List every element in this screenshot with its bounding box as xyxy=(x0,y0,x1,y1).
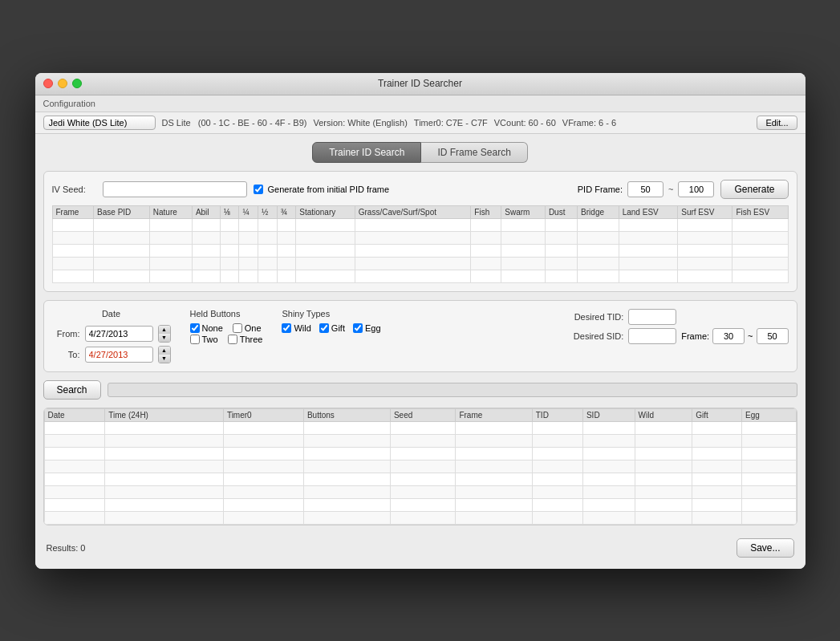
search-controls: Date From: ▲ ▼ To: ▲ xyxy=(43,300,797,372)
to-date-spinner[interactable]: ▲ ▼ xyxy=(158,346,171,363)
to-label: To: xyxy=(52,350,80,359)
pid-from-input[interactable] xyxy=(627,181,663,197)
date-section: Date From: ▲ ▼ To: ▲ xyxy=(52,309,171,363)
col-nature: Nature xyxy=(149,205,192,218)
tab-id-frame[interactable]: ID Frame Search xyxy=(421,142,527,163)
from-date-row: From: ▲ ▼ xyxy=(52,325,171,343)
main-content: Trainer ID Search ID Frame Search IV See… xyxy=(35,134,806,569)
col-frame: Frame xyxy=(52,205,94,218)
cb-wild-text: Wild xyxy=(294,323,310,333)
table-row xyxy=(44,473,796,485)
timer0-info: Timer0: C7E - C7F xyxy=(414,118,488,128)
vframe-info: VFrame: 6 - 6 xyxy=(562,118,616,128)
frame-range: Frame: ~ xyxy=(681,328,788,344)
col-fish: Fish xyxy=(471,205,501,218)
cb-egg-text: Egg xyxy=(365,323,381,333)
desired-tid-row: Desired TID: xyxy=(559,309,788,325)
cb-gift[interactable] xyxy=(319,323,329,333)
pid-frame-label: PID Frame: xyxy=(578,185,623,194)
from-date-up[interactable]: ▲ xyxy=(159,326,170,334)
res-col-egg: Egg xyxy=(741,408,796,421)
maximize-button[interactable] xyxy=(72,79,82,88)
table-row xyxy=(52,218,788,231)
from-label: From: xyxy=(52,329,80,339)
table-row xyxy=(44,485,796,498)
to-date-up[interactable]: ▲ xyxy=(159,347,170,355)
cb-none-label[interactable]: None xyxy=(190,323,223,333)
table-row xyxy=(44,434,796,447)
tab-trainer-id[interactable]: Trainer ID Search xyxy=(312,142,421,163)
col-bridge: Bridge xyxy=(578,205,619,218)
cb-gift-text: Gift xyxy=(331,323,345,333)
desired-tid-label: Desired TID: xyxy=(559,312,623,322)
cb-wild[interactable] xyxy=(282,323,291,333)
generate-from-checkbox[interactable] xyxy=(254,185,263,194)
col-dust: Dust xyxy=(545,205,577,218)
cb-three-label[interactable]: Three xyxy=(228,335,263,344)
res-col-tid: TID xyxy=(532,408,582,421)
cb-egg[interactable] xyxy=(353,323,363,333)
save-button[interactable]: Save... xyxy=(737,538,793,558)
frame-label: Frame: xyxy=(681,331,709,341)
res-col-date: Date xyxy=(44,408,105,421)
minimize-button[interactable] xyxy=(58,79,67,88)
col-stationary: Stationary xyxy=(296,205,355,218)
cb-gift-label[interactable]: Gift xyxy=(319,323,345,333)
col-grass-cave: Grass/Cave/Surf/Spot xyxy=(355,205,471,218)
table-row xyxy=(44,421,796,434)
desired-sid-label: Desired SID: xyxy=(559,331,623,341)
config-label: Configuration xyxy=(43,99,95,108)
from-date-input[interactable] xyxy=(85,326,153,342)
held-buttons-row1: None One xyxy=(190,323,263,333)
desired-sid-input[interactable] xyxy=(628,328,676,344)
edit-button[interactable]: Edit... xyxy=(757,116,797,130)
from-date-spinner[interactable]: ▲ ▼ xyxy=(158,325,171,343)
cb-none-text: None xyxy=(202,323,223,333)
close-button[interactable] xyxy=(43,79,53,88)
table-row xyxy=(44,460,796,473)
search-button[interactable]: Search xyxy=(43,380,101,400)
res-col-wild: Wild xyxy=(635,408,692,421)
cb-two[interactable] xyxy=(190,335,200,344)
cb-three-text: Three xyxy=(240,335,263,344)
frame-from-input[interactable] xyxy=(712,328,745,344)
pid-to-input[interactable] xyxy=(678,181,714,197)
col-land-esv: Land ESV xyxy=(619,205,678,218)
device-bar: Jedi White (DS Lite) DS Lite (00 - 1C - … xyxy=(35,112,806,134)
generate-button[interactable]: Generate xyxy=(720,180,788,199)
shiny-types-section: Shiny Types Wild Gift Egg xyxy=(282,309,380,333)
cb-one[interactable] xyxy=(233,323,242,333)
cb-egg-label[interactable]: Egg xyxy=(353,323,381,333)
results-table: Date Time (24H) Timer0 Buttons Seed Fram… xyxy=(44,408,797,525)
iv-row: IV Seed: Generate from initial PID frame… xyxy=(52,180,789,199)
results-section: Date Time (24H) Timer0 Buttons Seed Fram… xyxy=(43,408,797,525)
cb-three[interactable] xyxy=(228,335,237,344)
vcount-info: VCount: 60 - 60 xyxy=(494,118,556,128)
cb-two-label[interactable]: Two xyxy=(190,335,218,344)
frame-tilde: ~ xyxy=(748,331,753,341)
cb-wild-label[interactable]: Wild xyxy=(282,323,310,333)
pid-frame-section: PID Frame: ~ xyxy=(578,181,715,197)
desired-tid-input[interactable] xyxy=(628,309,676,325)
res-col-timer0: Timer0 xyxy=(223,408,303,421)
results-label: Results: 0 xyxy=(47,543,86,553)
res-col-seed: Seed xyxy=(390,408,455,421)
to-date-down[interactable]: ▼ xyxy=(159,355,170,363)
cb-one-label[interactable]: One xyxy=(233,323,262,333)
progress-bar xyxy=(108,383,797,397)
held-buttons-title: Held Buttons xyxy=(190,309,263,318)
iv-seed-label: IV Seed: xyxy=(52,185,96,194)
table-row xyxy=(44,498,796,511)
from-date-down[interactable]: ▼ xyxy=(159,334,170,342)
to-date-input[interactable] xyxy=(85,347,153,363)
col-1-8: ⅛ xyxy=(220,205,239,218)
device-mac: DS Lite (00 - 1C - BE - 60 - 4F - B9) xyxy=(162,118,307,128)
iv-section: IV Seed: Generate from initial PID frame… xyxy=(43,171,797,292)
frame-to-input[interactable] xyxy=(757,328,789,344)
main-window: Trainer ID Searcher Configuration Jedi W… xyxy=(35,73,806,569)
col-3-4: ¾ xyxy=(277,205,296,218)
device-select[interactable]: Jedi White (DS Lite) xyxy=(43,116,156,130)
cb-none[interactable] xyxy=(190,323,200,333)
res-col-gift: Gift xyxy=(692,408,742,421)
iv-seed-input[interactable] xyxy=(103,181,247,197)
